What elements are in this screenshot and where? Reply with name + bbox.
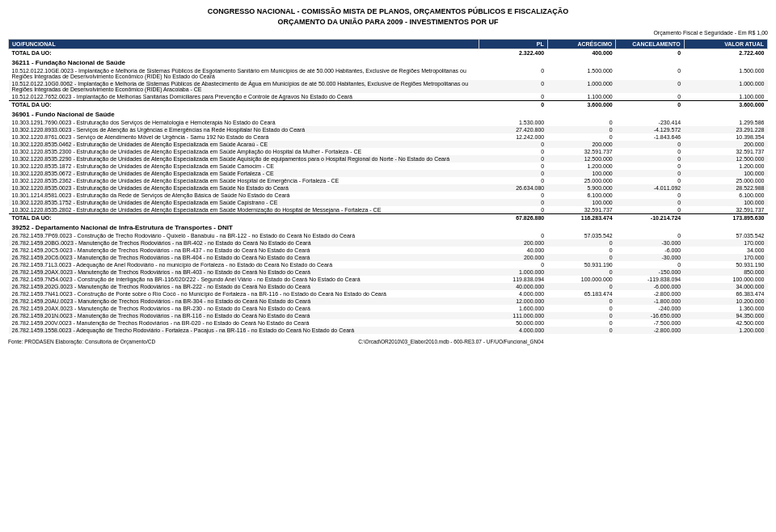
table-row: 10.303.1291.7690.0023 - Estruturação dos… bbox=[9, 119, 768, 126]
table-row: 10.302.1220.8535.1872 - Estruturação de … bbox=[9, 163, 768, 170]
row-cancelamento: -150.000 bbox=[616, 268, 685, 276]
row-desc: 10.302.1220.8535.0672 - Estruturação de … bbox=[9, 170, 479, 177]
section-title-36211: 36211 - Fundação Nacional de Saúde bbox=[9, 57, 768, 67]
table-row: 26.782.1459.20BG.0023 - Manutenção de Tr… bbox=[9, 239, 768, 247]
row-valor: 10.200.000 bbox=[684, 298, 767, 305]
footer-file: C:\Orcad\OR2010\03_Elabor2010.mdb - 600-… bbox=[358, 339, 543, 344]
col-header-pl: PL bbox=[479, 40, 548, 49]
row-desc: 10.302.1220.8535.0023 - Estruturação de … bbox=[9, 184, 479, 192]
row-desc: 26.782.1459.202G.0023 - Manutenção de Tr… bbox=[9, 283, 479, 290]
row-acrescimo: 57.035.542 bbox=[547, 232, 616, 239]
table-row: 26.782.1459.71L3.0023 - Adequação de Ane… bbox=[9, 261, 768, 268]
row-cancelamento: -240.000 bbox=[616, 305, 685, 312]
row-pl: 27.420.800 bbox=[479, 126, 548, 133]
row-cancelamento: 0 bbox=[616, 80, 685, 93]
row-pl: 0 bbox=[479, 170, 548, 177]
table-row: 10.302.1220.8535.1752 - Estruturação de … bbox=[9, 199, 768, 206]
row-cancelamento: 0 bbox=[616, 155, 685, 163]
row-desc: 26.782.1459.71L3.0023 - Adequação de Ane… bbox=[9, 261, 479, 268]
table-row: 10.302.1220.8933.0023 - Serviços de Aten… bbox=[9, 126, 768, 133]
row-acrescimo: 0 bbox=[547, 247, 616, 254]
table-row: 10.302.1220.8535.2802 - Estruturação de … bbox=[9, 206, 768, 214]
row-valor: 6.100.000 bbox=[684, 192, 767, 199]
row-acrescimo: 6.100.000 bbox=[547, 192, 616, 199]
top-total-pl: 2.322.400 bbox=[479, 49, 548, 57]
row-acrescimo: 0 bbox=[547, 283, 616, 290]
table-row: 10.512.0122.7652.0023 - Implantação de M… bbox=[9, 93, 768, 101]
total-valor-36211: 3.600.000 bbox=[684, 101, 767, 109]
row-pl: 0 bbox=[479, 232, 548, 239]
row-desc: 10.301.1214.8581.0023 - Estruturação da … bbox=[9, 192, 479, 199]
row-acrescimo: 50.931.190 bbox=[547, 261, 616, 268]
row-valor: 1.500.000 bbox=[684, 67, 767, 80]
table-row: 10.512.0122.10GE.0023 - Implantação e Me… bbox=[9, 67, 768, 80]
row-desc: 26.782.1459.7N54.0023 - Construção de In… bbox=[9, 276, 479, 283]
table-row: 26.782.1459.200V.0023 - Manutenção de Tr… bbox=[9, 319, 768, 327]
table-row: 26.782.1459.1558.0023 - Adequação de Tre… bbox=[9, 327, 768, 334]
row-valor: 50.931.190 bbox=[684, 261, 767, 268]
row-desc: 26.782.1459.1558.0023 - Adequação de Tre… bbox=[9, 327, 479, 334]
row-acrescimo: 1.500.000 bbox=[547, 67, 616, 80]
row-cancelamento: -4.129.572 bbox=[616, 126, 685, 133]
row-pl: 0 bbox=[479, 206, 548, 214]
row-valor: 32.591.737 bbox=[684, 206, 767, 214]
row-desc: 10.302.1220.8761.0023 - Serviço de Atend… bbox=[9, 133, 479, 141]
row-valor: 23.291.228 bbox=[684, 126, 767, 133]
total-row-36901: TOTAL DA UO: 67.826.880 116.283.474 -10.… bbox=[9, 214, 768, 222]
table-row: 10.302.1220.8535.2362 - Estruturação de … bbox=[9, 177, 768, 184]
row-valor: 100.000 bbox=[684, 170, 767, 177]
row-acrescimo: 0 bbox=[547, 268, 616, 276]
total-label-36901: TOTAL DA UO: bbox=[9, 214, 479, 222]
row-desc: 26.782.1459.7P69.0023 - Construção de Tr… bbox=[9, 232, 479, 239]
row-pl: 0 bbox=[479, 80, 548, 93]
row-cancelamento: -4.011.092 bbox=[616, 184, 685, 192]
top-total-cancelamento: 0 bbox=[616, 49, 685, 57]
row-desc: 10.302.1220.8535.2802 - Estruturação de … bbox=[9, 206, 479, 214]
col-header-acrescimo: ACRÉSCIMO bbox=[547, 40, 616, 49]
row-cancelamento: -2.800.000 bbox=[616, 290, 685, 298]
row-desc: 26.782.1459.20C6.0023 - Manutenção de Tr… bbox=[9, 254, 479, 261]
row-acrescimo: 100.000 bbox=[547, 199, 616, 206]
row-desc: 10.512.0122.7652.0023 - Implantação de M… bbox=[9, 93, 479, 101]
row-cancelamento: 0 bbox=[616, 141, 685, 148]
row-desc: 26.782.1459.200V.0023 - Manutenção de Tr… bbox=[9, 319, 479, 327]
row-acrescimo: 200.000 bbox=[547, 141, 616, 148]
row-valor: 94.350.000 bbox=[684, 312, 767, 319]
total-cancelamento-36211: 0 bbox=[616, 101, 685, 109]
page-header: CONGRESSO NACIONAL - COMISSÃO MISTA DE P… bbox=[8, 6, 768, 36]
row-valor: 850.000 bbox=[684, 268, 767, 276]
row-valor: 100.000 bbox=[684, 199, 767, 206]
top-total-row: TOTAL DA UO: 2.322.400 400.000 0 2.722.4… bbox=[9, 49, 768, 57]
table-row: 26.782.1459.20C6.0023 - Manutenção de Tr… bbox=[9, 254, 768, 261]
row-acrescimo: 0 bbox=[547, 327, 616, 334]
total-pl-36211: 0 bbox=[479, 101, 548, 109]
row-pl: 50.000.000 bbox=[479, 319, 548, 327]
row-acrescimo: 0 bbox=[547, 305, 616, 312]
row-desc: 10.302.1220.8535.1752 - Estruturação de … bbox=[9, 199, 479, 206]
section-header-39252: 39252 - Departamento Nacional de Infra-E… bbox=[9, 222, 768, 232]
row-acrescimo: 100.000.000 bbox=[547, 276, 616, 283]
row-acrescimo: 1.200.000 bbox=[547, 163, 616, 170]
row-acrescimo: 25.000.000 bbox=[547, 177, 616, 184]
row-desc: 10.512.0122.10GE.0023 - Implantação e Me… bbox=[9, 67, 479, 80]
row-desc: 26.782.1459.20AU.0023 - Manutenção de Tr… bbox=[9, 298, 479, 305]
row-desc: 26.782.1459.20C5.0023 - Manutenção de Tr… bbox=[9, 247, 479, 254]
row-desc: 26.782.1459.7N41.0023 - Construção de Po… bbox=[9, 290, 479, 298]
row-valor: 57.035.542 bbox=[684, 232, 767, 239]
row-cancelamento: -30.000 bbox=[616, 254, 685, 261]
row-desc: 10.512.0122.10G0.0062 - Implantação e Me… bbox=[9, 80, 479, 93]
row-valor: 34.000 bbox=[684, 247, 767, 254]
row-acrescimo: 32.591.737 bbox=[547, 148, 616, 155]
table-row: 10.302.1220.8761.0023 - Serviço de Atend… bbox=[9, 133, 768, 141]
row-cancelamento: -30.000 bbox=[616, 239, 685, 247]
row-valor: 10.398.354 bbox=[684, 133, 767, 141]
row-valor: 170.000 bbox=[684, 239, 767, 247]
row-pl: 0 bbox=[479, 148, 548, 155]
row-pl: 40.000.000 bbox=[479, 283, 548, 290]
row-desc: 10.302.1220.8535.0462 - Estruturação de … bbox=[9, 141, 479, 148]
row-cancelamento: 0 bbox=[616, 232, 685, 239]
row-valor: 170.000 bbox=[684, 254, 767, 261]
row-pl: 0 bbox=[479, 163, 548, 170]
row-acrescimo: 0 bbox=[547, 126, 616, 133]
row-valor: 200.000 bbox=[684, 141, 767, 148]
